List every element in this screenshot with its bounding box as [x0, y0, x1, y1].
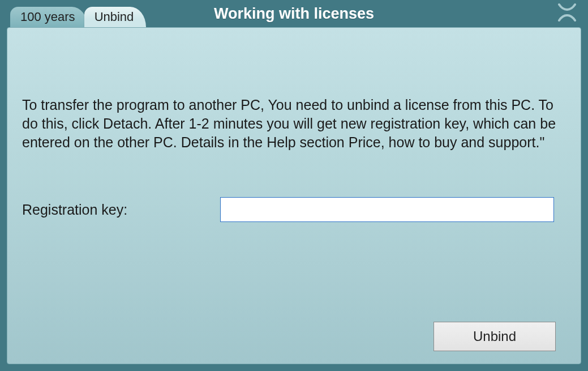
- unbind-button[interactable]: Unbind: [434, 322, 556, 351]
- close-icon: [556, 2, 578, 25]
- tab-label: 100 years: [20, 10, 75, 24]
- instructions-text: To transfer the program to another PC, Y…: [7, 28, 581, 152]
- registration-key-row: Registration key:: [7, 152, 581, 222]
- close-button[interactable]: [554, 2, 580, 25]
- window-title: Working with licenses: [214, 5, 374, 23]
- tab-unbind[interactable]: Unbind: [84, 7, 147, 27]
- title-bar: 100 years Unbind Working with licenses: [0, 0, 588, 27]
- content-panel: To transfer the program to another PC, Y…: [7, 27, 581, 364]
- button-label: Unbind: [473, 329, 516, 344]
- tab-100-years[interactable]: 100 years: [10, 7, 88, 27]
- registration-key-input[interactable]: [220, 197, 554, 222]
- app-frame: 100 years Unbind Working with licenses T…: [0, 0, 588, 371]
- action-row: Unbind: [434, 322, 556, 351]
- registration-key-label: Registration key:: [22, 202, 220, 218]
- tab-label: Unbind: [95, 10, 134, 24]
